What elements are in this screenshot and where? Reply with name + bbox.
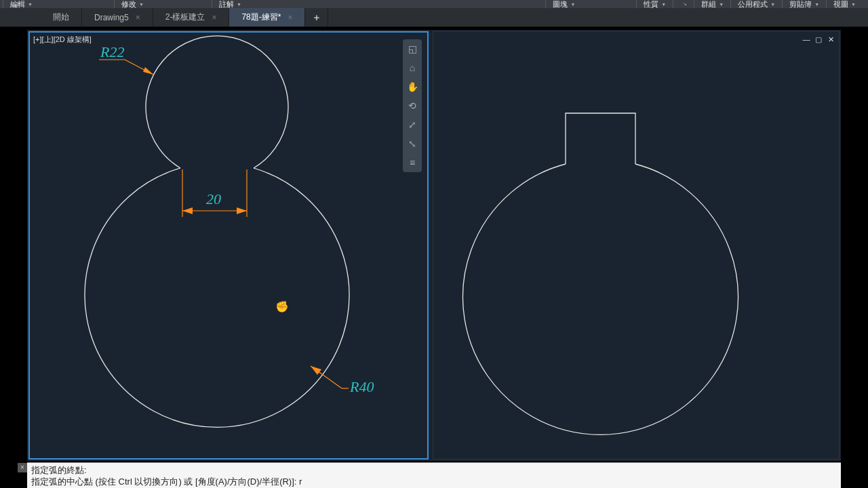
panel-annotate[interactable]: 註解▼	[212, 0, 248, 8]
panel-arrow[interactable]: ↘	[673, 0, 694, 8]
dim-r22-text: R22	[100, 43, 124, 60]
svg-marker-2	[143, 67, 153, 75]
panel-properties[interactable]: 性質▼	[636, 0, 673, 8]
tab-start[interactable]: 開始	[41, 8, 82, 26]
pan-cursor-icon: ✊	[275, 300, 289, 313]
document-tabs: 開始 Drawing5× 2-樣板建立× 78題-練習*× +	[0, 8, 868, 27]
close-icon[interactable]: ×	[212, 13, 216, 22]
tab-template[interactable]: 2-樣板建立×	[153, 8, 230, 26]
viewport-right[interactable]: — ▢ ✕	[433, 31, 840, 460]
svg-marker-6	[182, 207, 193, 214]
panel-block[interactable]: 圖塊▼	[545, 0, 582, 8]
panel-group[interactable]: 群組▼	[694, 0, 730, 8]
tab-78exercise[interactable]: 78題-練習*×	[229, 8, 305, 26]
cmd-history-line: 指定弧的終點:	[31, 464, 837, 476]
panel-clipboard[interactable]: 剪貼簿▼	[782, 0, 826, 8]
dim-20-text: 20	[206, 190, 221, 207]
svg-marker-7	[237, 207, 247, 214]
close-icon[interactable]: ×	[288, 13, 292, 22]
right-drawing	[433, 32, 840, 459]
svg-marker-10	[311, 366, 321, 375]
panel-titles-left: 編輯▼ 修改▼ 註解▼	[3, 0, 248, 8]
drawing-area[interactable]: [+][上][2D 線架構] ◱ ⌂ ✋ ⟲ ⤢ ⤡ ≡ R22	[27, 30, 841, 461]
panel-title-bar: 編輯▼ 修改▼ 註解▼ 圖塊▼ 性質▼ ↘ 群組▼ 公用程式▼ 剪貼簿▼ 視圖▼	[0, 0, 868, 8]
command-line[interactable]: × 指定弧的終點: 指定弧的中心點 (按住 Ctrl 以切換方向) 或 [角度(…	[27, 462, 841, 488]
cmd-close-icon[interactable]: ×	[18, 463, 27, 472]
new-tab-button[interactable]: +	[305, 8, 328, 26]
viewport-left[interactable]: [+][上][2D 線架構] ◱ ⌂ ✋ ⟲ ⤢ ⤡ ≡ R22	[28, 31, 429, 460]
panel-edit[interactable]: 編輯▼	[3, 0, 39, 8]
cmd-input-line[interactable]: 指定弧的中心點 (按住 Ctrl 以切換方向) 或 [角度(A)/方向(D)/半…	[31, 476, 837, 487]
panel-utilities[interactable]: 公用程式▼	[730, 0, 782, 8]
panel-titles-right: 圖塊▼ 性質▼ ↘ 群組▼ 公用程式▼ 剪貼簿▼ 視圖▼	[545, 0, 863, 8]
tab-drawing5[interactable]: Drawing5×	[82, 8, 153, 26]
dim-r40-text: R40	[349, 378, 374, 395]
panel-modify[interactable]: 修改▼	[114, 0, 151, 8]
panel-view[interactable]: 視圖▼	[826, 0, 863, 8]
close-icon[interactable]: ×	[136, 13, 140, 22]
left-drawing: R22 20 R40	[30, 33, 430, 460]
